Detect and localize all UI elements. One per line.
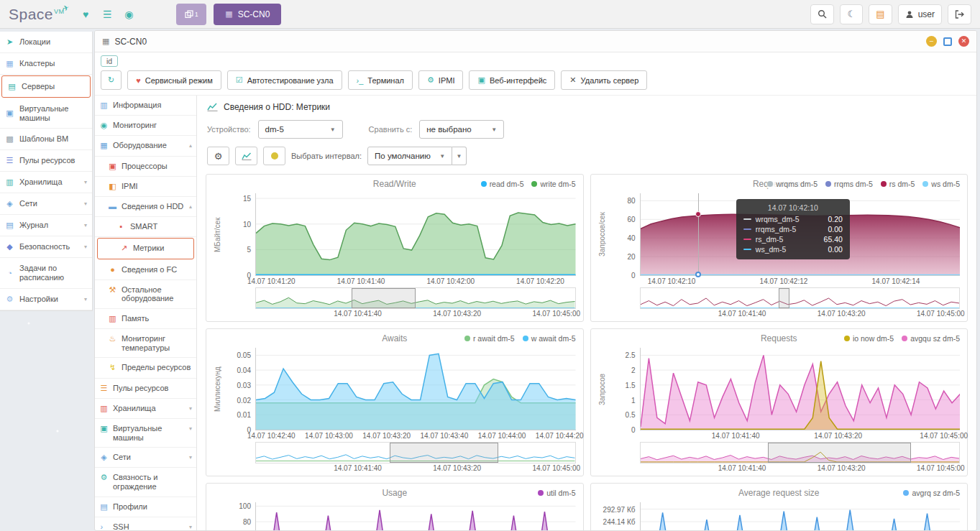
subnav-item[interactable]: ▣Процессоры (95, 157, 196, 177)
chart-plot-area[interactable] (640, 502, 961, 530)
chart-plot-area[interactable] (255, 193, 576, 276)
logout-button[interactable] (948, 4, 971, 24)
refresh-button[interactable]: ↻ (101, 70, 122, 90)
window-group-button[interactable]: 1 (176, 4, 206, 25)
sidebar-item[interactable]: ◈Сети▾ (0, 193, 92, 215)
sidebar-item[interactable]: ⚙Настройки▾ (0, 289, 92, 310)
chart-settings-button[interactable]: ⚙ (207, 147, 229, 165)
minimize-button[interactable]: – (926, 36, 937, 47)
chart-minimap[interactable] (640, 442, 961, 463)
maximize-button[interactable] (943, 37, 952, 46)
logout-icon (955, 10, 964, 19)
subnav-item[interactable]: ⚙Связность и ограждение (95, 468, 196, 497)
minimap-brush[interactable] (768, 443, 912, 463)
legend-item[interactable]: util dm-5 (538, 489, 575, 497)
sidebar-item[interactable]: ▦Кластеры (0, 53, 92, 75)
subnav-item[interactable]: ▦Оборудование▴ (95, 136, 196, 156)
chart-legend: r await dm-5w await dm-5 (464, 334, 576, 343)
sidebar-item[interactable]: ▣Виртуальные машины (0, 98, 92, 129)
legend-label: write dm-5 (540, 180, 575, 188)
sidebar-item[interactable]: ▩Шаблоны ВМ (0, 129, 92, 150)
legend-item[interactable]: avgqu sz dm-5 (902, 334, 960, 343)
subnav-item-label: Хранилища (113, 404, 156, 413)
globe-icon[interactable]: ◉ (122, 9, 136, 20)
tab-sc-cn0[interactable]: ▦ SC-CN0 (214, 4, 281, 25)
search-button[interactable] (810, 4, 834, 24)
ipmi-button[interactable]: ⚙IPMI (418, 70, 464, 90)
sidebar-item[interactable]: ◆Безопасность▾ (0, 236, 92, 258)
delete-server-button[interactable]: ✕Удалить сервер (561, 70, 647, 90)
interval-select[interactable]: По умолчанию ▼ (367, 147, 452, 165)
subnav-item[interactable]: ◧IPMI (95, 177, 196, 197)
compare-select[interactable]: не выбрано ▼ (419, 120, 504, 139)
legend-item[interactable]: avgrq sz dm-5 (903, 489, 960, 497)
chart-plot-area[interactable] (255, 348, 576, 430)
storage-icon: ▥ (5, 177, 14, 187)
legend-item[interactable]: w await dm-5 (523, 334, 576, 343)
realtime-toggle-button[interactable] (263, 147, 285, 165)
subnav-item[interactable]: ↯Пределы ресурсов (95, 358, 196, 378)
subnav-item[interactable]: ▥Хранилища▾ (95, 399, 196, 419)
legend-item[interactable]: ws dm-5 (922, 180, 960, 188)
device-select[interactable]: dm-5 ▼ (258, 120, 343, 139)
service-mode-button[interactable]: ♥Сервисный режим (127, 70, 221, 90)
ssh-icon: ›_ (99, 522, 109, 530)
chart-plot-area[interactable]: 14.07 10:42:10wrqms_dm-50.20rrqms_dm-50.… (640, 193, 961, 276)
legend-item[interactable]: write dm-5 (531, 180, 575, 188)
legend-item[interactable]: r await dm-5 (464, 334, 515, 343)
x-tick-label: 14.07 10:45:00 (920, 432, 968, 440)
legend-item[interactable]: io now dm-5 (844, 334, 894, 343)
terminal-icon: ›_ (357, 76, 364, 85)
sidebar-item[interactable]: ▤Журнал▾ (0, 215, 92, 236)
legend-item[interactable]: rrqms dm-5 (825, 180, 873, 188)
legend-item[interactable]: read dm-5 (481, 180, 524, 188)
sidebar-item[interactable]: ▥Хранилища▾ (0, 172, 92, 193)
chart-plot-area[interactable] (255, 502, 576, 530)
chart-type-button[interactable] (235, 147, 257, 165)
sidebar-item[interactable]: ☰Пулы ресурсов (0, 150, 92, 172)
subnav-item[interactable]: ›_SSH▾ (95, 517, 196, 530)
app-logo[interactable]: SpaceVM✈ (9, 6, 71, 23)
chart-minimap[interactable] (255, 287, 576, 309)
subnav-item[interactable]: ▥Память (95, 309, 196, 329)
legend-item[interactable]: wrqms dm-5 (767, 180, 818, 188)
sidebar-item[interactable]: ➤Локации (0, 32, 92, 53)
chart-minimap[interactable] (255, 442, 576, 463)
subnav-item[interactable]: ♨Мониторинг температуры (95, 329, 196, 358)
docs-button[interactable]: ▤ (869, 4, 892, 24)
web-interface-button[interactable]: ▣Веб-интерфейс (469, 70, 555, 90)
subnav-item[interactable]: ⚒Остальное оборудование (95, 280, 196, 309)
close-button[interactable]: ✕ (958, 36, 969, 47)
sidebar-item-label: Шаблоны ВМ (19, 134, 68, 144)
subnav-item[interactable]: ◉Мониторинг (95, 116, 196, 136)
legend-item[interactable]: rs dm-5 (881, 180, 915, 188)
terminal-button[interactable]: ›_Терминал (348, 70, 413, 90)
subnav-item[interactable]: ☰Пулы ресурсов (95, 379, 196, 399)
subnav-item[interactable]: ●Сведения о FC (95, 260, 196, 280)
subnav-item[interactable]: ▬Сведения о HDD▴ (95, 197, 196, 217)
subnav-item-label: Процессоры (122, 162, 168, 171)
chart-legend: avgrq sz dm-5 (903, 489, 960, 497)
minimap-brush[interactable] (352, 288, 416, 308)
subnav-item[interactable]: ▥Информация (95, 96, 196, 116)
subnav-item[interactable]: ▣Виртуальные машины▾ (95, 419, 196, 448)
infrastructure-icon[interactable]: ☰ (100, 9, 114, 20)
minimap-brush[interactable] (390, 443, 498, 463)
subnav-item[interactable]: ▤Профили (95, 497, 196, 517)
subnav-item[interactable]: ◈Сети▾ (95, 448, 196, 468)
chevron-down-icon: ▾ (189, 522, 192, 530)
partners-icon[interactable]: ♥ (78, 9, 93, 20)
sidebar-item[interactable]: ▤Серверы (1, 75, 91, 98)
subnav-item[interactable]: ▪SMART (95, 217, 196, 237)
theme-button[interactable]: ☾ (840, 4, 863, 24)
user-button[interactable]: user (898, 4, 942, 24)
autotest-button[interactable]: ☑Автотестирование узла (227, 70, 342, 90)
interval-expand-button[interactable]: ▼ (452, 147, 467, 165)
minimap-brush[interactable] (779, 288, 789, 308)
subnav-item[interactable]: ↗Метрики (97, 238, 194, 259)
wrench-icon: ⚒ (108, 285, 117, 295)
chart-minimap[interactable] (640, 287, 961, 309)
topbar: SpaceVM✈ ♥ ☰ ◉ 1 ▦ SC-CN0 ☾ ▤ user (0, 0, 980, 29)
sidebar-item[interactable]: ◔Задачи по расписанию (0, 258, 92, 288)
chart-plot-area[interactable] (640, 348, 961, 430)
